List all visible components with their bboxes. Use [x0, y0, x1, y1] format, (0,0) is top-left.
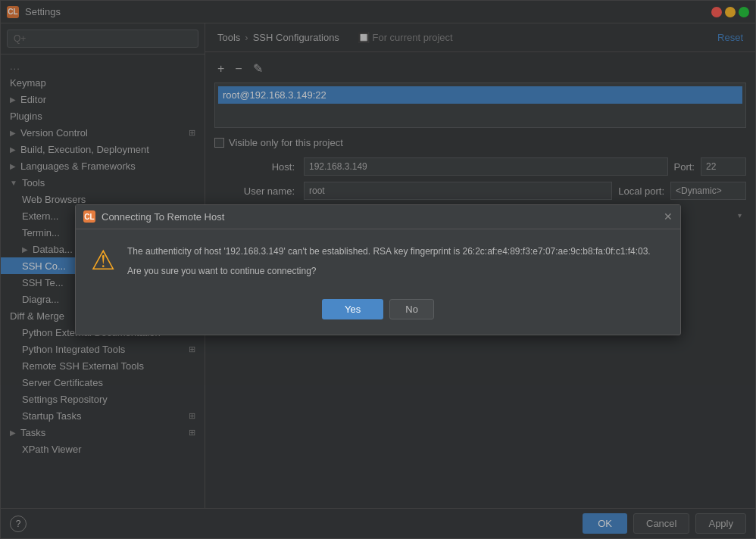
dialog-title-bar: CL Connecting To Remote Host ✕ [76, 205, 680, 229]
dialog-app-icon: CL [83, 210, 95, 223]
dialog-overlay: CL Connecting To Remote Host ✕ ⚠ The aut… [0, 0, 756, 539]
yes-button[interactable]: Yes [322, 299, 383, 319]
connecting-dialog: CL Connecting To Remote Host ✕ ⚠ The aut… [75, 204, 681, 335]
dialog-buttons: Yes No [76, 291, 680, 335]
dialog-question: Are you sure you want to continue connec… [127, 266, 665, 276]
dialog-close-button[interactable]: ✕ [664, 210, 673, 223]
no-button[interactable]: No [389, 299, 434, 319]
dialog-title: Connecting To Remote Host [102, 211, 224, 223]
dialog-message: The authenticity of host '192.168.3.149'… [127, 245, 665, 258]
dialog-body: ⚠ The authenticity of host '192.168.3.14… [76, 229, 680, 291]
warning-icon: ⚠ [91, 245, 115, 276]
